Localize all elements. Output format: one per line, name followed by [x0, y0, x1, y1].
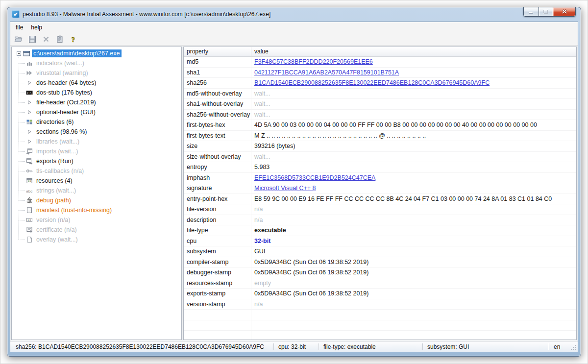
tree-item-indicators[interactable]: indicators (wait...)	[14, 58, 181, 68]
open-file-button[interactable]	[14, 34, 24, 44]
table-row-cpu[interactable]: cpu32-bit	[184, 236, 576, 247]
value-cell[interactable]: Microsoft Visual C++ 8	[251, 183, 576, 194]
save-button[interactable]	[27, 34, 37, 44]
tree-item-sections[interactable]: sections (98.96 %)	[14, 127, 181, 137]
manifest-icon	[25, 207, 33, 214]
tree-item-manifest[interactable]: manifest (trust-info-missing)	[14, 205, 181, 215]
column-header-property[interactable]: property	[184, 47, 251, 56]
tree-item-directories[interactable]: directories (6)	[14, 117, 181, 127]
tree-connector	[19, 102, 25, 103]
report-button[interactable]	[55, 34, 65, 44]
table-row-description[interactable]: descriptionn/a	[184, 215, 576, 226]
virustotal-icon	[25, 70, 33, 76]
property-cell: size	[184, 141, 251, 151]
delete-button[interactable]	[41, 34, 51, 44]
table-row-sha256-without-overlay[interactable]: sha256-without-overlaywait...	[184, 110, 576, 121]
tree-item-label: resources (4)	[35, 177, 74, 185]
resize-grip-icon[interactable]	[570, 344, 576, 350]
tree-connector	[19, 161, 25, 162]
close-button[interactable]	[553, 7, 576, 17]
value-cell: wait...	[251, 152, 576, 162]
tree-item-libraries[interactable]: libraries (wait...)	[14, 137, 181, 146]
tree-item-label: debug (path)	[35, 196, 73, 204]
table-row-signature[interactable]: signatureMicrosoft Visual C++ 8	[184, 183, 576, 194]
tree-connector	[19, 230, 25, 230]
tree-item-dos-header[interactable]: dos-header (64 bytes)	[14, 78, 181, 88]
tree-item-virustotal[interactable]: virustotal (warning)	[14, 68, 181, 78]
svg-text:C:\: C:\	[27, 92, 32, 95]
tree-item-overlay[interactable]: overlay (wait...)	[14, 235, 181, 244]
tree-item-version[interactable]: 1.0version (n/a)	[14, 215, 181, 225]
table-row-entropy[interactable]: entropy5.983	[184, 162, 576, 173]
property-cell: file-version	[184, 204, 251, 215]
column-header-value[interactable]: value	[251, 47, 576, 56]
minimize-icon	[528, 7, 534, 16]
table-row-first-bytes-hex[interactable]: first-bytes-hex4D 5A 90 00 03 00 00 00 0…	[184, 120, 576, 131]
property-cell: description	[184, 215, 251, 225]
table-row-size[interactable]: size393216 (bytes)	[184, 141, 576, 152]
maximize-button[interactable]	[539, 7, 553, 17]
titlebar[interactable]: ✔ pestudio 8.93 - Malware Initial Assess…	[7, 7, 581, 21]
property-cell: resources-stamp	[184, 278, 251, 289]
tree-item-imports[interactable]: imports (wait...)	[14, 146, 181, 156]
tree-item-label: virustotal (warning)	[35, 69, 90, 77]
tree-item-file-root[interactable]: c:\users\admin\desktop\267.exe	[14, 49, 181, 58]
table-row-entry-point-hex[interactable]: entry-point-hexE8 59 9C 00 00 E9 16 FE F…	[184, 194, 576, 205]
certificate-icon	[25, 226, 33, 233]
property-cell: sha256	[184, 78, 251, 88]
menu-bar: file help	[10, 22, 578, 33]
table-row-sha1-without-overlay[interactable]: sha1-without-overlaywait...	[184, 99, 576, 110]
value-cell[interactable]: F3F48C57C38BFF2DDD220F20569E1EE6	[251, 57, 576, 67]
table-row-empty	[184, 331, 576, 340]
table-header[interactable]: property value	[184, 47, 576, 57]
table-row-imphash[interactable]: imphashEFE1C3568D5733CCB1E9D2B524C47CEA	[184, 173, 576, 184]
tree-item-exports[interactable]: exports (Run)	[14, 156, 181, 166]
table-row-first-bytes-text[interactable]: first-bytes-textM Z .. .. .. .. .. .. ..…	[184, 131, 576, 142]
value-cell: 32-bit	[251, 236, 576, 246]
table-row-md5-without-overlay[interactable]: md5-without-overlaywait...	[184, 89, 576, 99]
value-cell[interactable]: B1CAD1540ECB290088252635F8E130022EED7486…	[251, 78, 576, 88]
property-cell: signature	[184, 183, 251, 194]
table-row-file-type[interactable]: file-typeexecutable	[184, 225, 576, 236]
table-row-md5[interactable]: md5F3F48C57C38BFF2DDD220F20569E1EE6	[184, 57, 576, 68]
table-row-file-version[interactable]: file-versionn/a	[184, 204, 576, 215]
tree-collapse-icon[interactable]	[17, 51, 21, 56]
tree-connector	[19, 142, 25, 142]
table-row-size-without-overlay[interactable]: size-without-overlaywait...	[184, 152, 576, 163]
tree-item-label: version (n/a)	[35, 216, 72, 224]
tree-item-resources[interactable]: resources (4)	[14, 176, 181, 186]
table-row-debugger-stamp[interactable]: debugger-stamp0x5D9A34BC (Sun Oct 06 19:…	[184, 267, 576, 278]
tree-item-tls-callbacks[interactable]: tls-callbacks (n/a)	[14, 166, 181, 176]
tree-connector	[19, 210, 25, 211]
table-row-sha1[interactable]: sha10421127F1BCCA91A6AB2A570A47F8159101B…	[184, 68, 576, 78]
table-row-subsystem[interactable]: subsystemGUI	[184, 246, 576, 257]
tree-item-label: tls-callbacks (n/a)	[35, 167, 85, 175]
menu-help[interactable]: help	[27, 23, 46, 32]
table-row-empty	[184, 310, 576, 320]
value-cell[interactable]: EFE1C3568D5733CCB1E9D2B524C47CEA	[251, 173, 576, 183]
table-row-exports-stamp[interactable]: exports-stamp0x5D9A34BC (Sun Oct 06 19:3…	[184, 289, 576, 299]
menu-file[interactable]: file	[12, 23, 27, 32]
tree-item-file-header[interactable]: file-header (Oct.2019)	[14, 97, 181, 107]
tree-item-debug[interactable]: debug (path)	[14, 195, 181, 205]
property-cell: md5	[184, 57, 251, 67]
tree-item-label: imports (wait...)	[35, 147, 79, 155]
table-row-resources-stamp[interactable]: resources-stampempty	[184, 278, 576, 289]
tree-item-certificate[interactable]: certificate (n/a)	[14, 225, 181, 235]
value-cell[interactable]: 0421127F1BCCA91A6AB2A570A47F8159101B751A	[251, 68, 576, 78]
table-row-sha256[interactable]: sha256B1CAD1540ECB290088252635F8E130022E…	[184, 78, 576, 89]
tree-item-optional-header[interactable]: optional-header (GUI)	[14, 107, 181, 117]
property-cell: entry-point-hex	[184, 194, 251, 204]
tree-item-label: certificate (n/a)	[35, 226, 78, 234]
status-sha256: sha256: B1CAD1540ECB290088252635F8E13002…	[11, 343, 273, 350]
tree-item-dos-stub[interactable]: C:\dos-stub (176 bytes)	[14, 88, 181, 97]
help-button[interactable]: ?	[69, 34, 78, 44]
tree-item-label: overlay (wait...)	[35, 236, 79, 243]
table-row-version-stamp[interactable]: version-stampn/a	[184, 299, 576, 310]
table-row-compiler-stamp[interactable]: compiler-stamp0x5D9A34BC (Sun Oct 06 19:…	[184, 257, 576, 268]
tree-item-strings[interactable]: abcstrings (wait...)	[14, 186, 181, 195]
minimize-button[interactable]	[523, 7, 539, 17]
main-content: c:\users\admin\desktop\267.exeindicators…	[10, 46, 578, 341]
value-cell: n/a	[251, 204, 576, 215]
value-cell: wait...	[251, 99, 576, 109]
